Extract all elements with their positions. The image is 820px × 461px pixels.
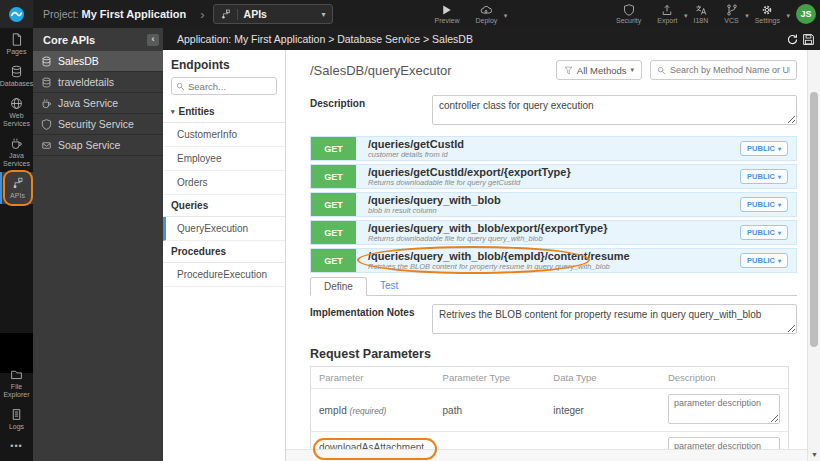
- chevron-down-icon: ▾: [630, 66, 634, 74]
- user-avatar[interactable]: JS: [796, 4, 816, 24]
- access-dropdown[interactable]: PUBLIC▾: [740, 141, 788, 156]
- sidebar-item-databases[interactable]: Databases: [0, 60, 33, 92]
- deploy-button[interactable]: Deploy ▾: [468, 4, 506, 24]
- sidebar-item-file-explorer[interactable]: File Explorer: [0, 363, 33, 403]
- chevron-down-icon: ▾: [786, 12, 790, 20]
- core-api-item-salesdb[interactable]: SalesDB: [33, 51, 163, 72]
- refresh-icon: [786, 33, 799, 46]
- endpoint-item-orders[interactable]: Orders: [163, 171, 285, 195]
- breadcrumb-bar: Application: My First Application > Data…: [163, 28, 820, 50]
- endpoint-url: /queries/query_with_blob/{empId}/content…: [368, 250, 732, 262]
- settings-button[interactable]: Settings ▾: [747, 4, 788, 24]
- implementation-notes-label: Implementation Notes: [310, 304, 432, 334]
- endpoint-description: Returns downloadable file for query quer…: [368, 234, 732, 243]
- endpoint-item-queryexecution[interactable]: QueryExecution: [163, 217, 285, 241]
- sidebar-item-pages[interactable]: Pages: [0, 28, 33, 60]
- param-description-textarea[interactable]: [668, 394, 780, 424]
- description-textarea[interactable]: controller class for query execution: [432, 95, 797, 125]
- section-procedures[interactable]: Procedures: [163, 241, 285, 263]
- chevron-down-icon: ▾: [778, 201, 781, 208]
- tab-test[interactable]: Test: [367, 277, 411, 295]
- app-logo[interactable]: [0, 0, 33, 28]
- core-apis-title: Core APIs: [43, 34, 95, 46]
- description-label: Description: [310, 95, 432, 125]
- endpoint-row-expanded[interactable]: GET /queries/query_with_blob/{empId}/con…: [310, 248, 797, 273]
- export-icon: [661, 4, 673, 16]
- table-row: empId (required) path integer: [311, 389, 789, 432]
- endpoint-list: GET /queries/getCustId customer details …: [310, 136, 797, 273]
- database-icon: [10, 65, 23, 78]
- core-api-item-security-service[interactable]: Security Service: [33, 114, 163, 135]
- page-icon: [10, 33, 23, 46]
- main-content: /SalesDB/queryExecutor All Methods ▾ Des…: [286, 50, 807, 461]
- export-button[interactable]: Export ▾: [649, 4, 685, 24]
- method-badge: GET: [311, 193, 356, 216]
- access-dropdown[interactable]: PUBLIC▾: [740, 253, 788, 268]
- core-api-item-java-service[interactable]: Java Service: [33, 93, 163, 114]
- sidebar-item-logs[interactable]: Logs: [0, 403, 33, 435]
- collapse-panel-button[interactable]: ‹: [147, 34, 159, 46]
- breadcrumb: Application: My First Application > Data…: [177, 33, 473, 45]
- access-dropdown[interactable]: PUBLIC▾: [740, 197, 788, 212]
- chevron-down-icon: ▾: [778, 145, 781, 152]
- vertical-scrollbar[interactable]: ▼: [807, 50, 820, 461]
- sidebar-item-apis[interactable]: APIs: [0, 172, 33, 204]
- more-menu-button[interactable]: •••: [0, 435, 33, 457]
- access-dropdown[interactable]: PUBLIC▾: [740, 225, 788, 240]
- database-icon: [41, 56, 52, 67]
- endpoint-url: /queries/getCustId: [368, 138, 732, 150]
- i18n-button[interactable]: I18N: [686, 4, 717, 24]
- param-required-flag: (required): [350, 406, 387, 416]
- endpoint-url: /queries/query_with_blob/export/{exportT…: [368, 222, 732, 234]
- bottom-strip: [286, 449, 807, 461]
- preview-button[interactable]: Preview: [427, 4, 468, 24]
- param-type: path: [435, 389, 546, 432]
- project-title: Project: My First Application: [43, 8, 186, 20]
- method-search[interactable]: [650, 60, 797, 80]
- column-header-parameter: Parameter: [311, 367, 435, 389]
- scrollbar-thumb[interactable]: [810, 92, 818, 347]
- endpoints-search[interactable]: [171, 77, 277, 95]
- endpoint-url: /queries/getCustId/export/{exportType}: [368, 166, 732, 178]
- methods-filter-dropdown[interactable]: All Methods ▾: [556, 60, 642, 80]
- chevron-down-icon: ▾: [504, 12, 508, 20]
- chevron-down-icon: ▾: [778, 257, 781, 264]
- scrollbar-down-arrow[interactable]: ▼: [808, 448, 820, 461]
- security-button[interactable]: Security: [608, 4, 649, 24]
- refresh-button[interactable]: [786, 33, 799, 46]
- method-badge: GET: [311, 137, 356, 160]
- sidebar-item-java-services[interactable]: Java Services: [0, 132, 33, 172]
- endpoint-row[interactable]: GET /queries/getCustId/export/{exportTyp…: [310, 164, 797, 189]
- access-dropdown[interactable]: PUBLIC▾: [740, 169, 788, 184]
- method-search-input[interactable]: [670, 65, 790, 75]
- envelope-icon: [41, 140, 52, 151]
- core-api-item-traveldetails[interactable]: traveldetails: [33, 72, 163, 93]
- endpoint-row[interactable]: GET /queries/query_with_blob blob in res…: [310, 192, 797, 217]
- workspace-dropdown[interactable]: APIs ▾: [213, 4, 333, 24]
- caret-down-icon: ▾: [171, 108, 175, 116]
- folder-icon: [10, 368, 23, 381]
- save-button[interactable]: [802, 33, 815, 46]
- endpoint-row[interactable]: GET /queries/getCustId customer details …: [310, 136, 797, 161]
- tab-define[interactable]: Define: [310, 277, 367, 296]
- vcs-button[interactable]: VCS ▾: [716, 4, 746, 24]
- search-icon: [176, 82, 185, 91]
- endpoint-item-customerinfo[interactable]: CustomerInfo: [163, 123, 285, 147]
- implementation-notes-textarea[interactable]: Retrives the BLOB content for property r…: [432, 304, 797, 334]
- method-badge: GET: [311, 249, 356, 272]
- endpoint-item-employee[interactable]: Employee: [163, 147, 285, 171]
- api-node-icon: [220, 9, 238, 20]
- globe-icon: [10, 97, 23, 110]
- section-queries[interactable]: Queries: [163, 195, 285, 217]
- core-api-item-soap-service[interactable]: Soap Service: [33, 135, 163, 156]
- section-entities[interactable]: ▾ Entities: [163, 101, 285, 123]
- endpoint-item-procedureexecution[interactable]: ProcedureExecution: [163, 263, 285, 287]
- endpoint-description: blob in result column: [368, 206, 732, 215]
- endpoints-search-input[interactable]: [188, 81, 272, 92]
- document-icon: [10, 408, 23, 421]
- chevron-down-icon: ▾: [778, 173, 781, 180]
- sidebar-item-web-services[interactable]: Web Services: [0, 92, 33, 132]
- search-icon: [657, 66, 666, 75]
- endpoint-row[interactable]: GET /queries/query_with_blob/export/{exp…: [310, 220, 797, 245]
- save-icon: [802, 33, 815, 46]
